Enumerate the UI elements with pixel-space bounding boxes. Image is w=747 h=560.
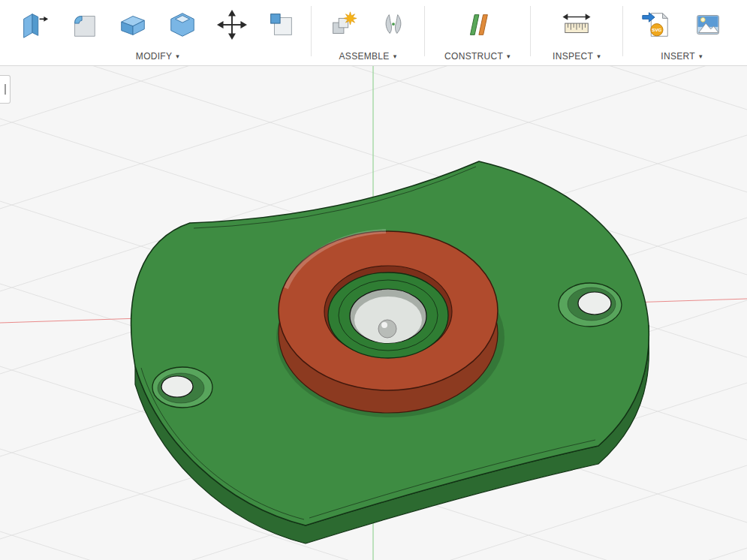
chevron-down-icon: ▾ <box>507 53 511 60</box>
insert-svg-button[interactable]: SVG <box>635 4 676 46</box>
model-3d[interactable] <box>131 161 649 543</box>
chevron-down-icon: ▾ <box>393 53 397 60</box>
move-copy-icon <box>216 9 248 41</box>
toolbar-group-inspect: INSPECT ▾ <box>531 2 622 65</box>
new-component-icon <box>327 9 358 41</box>
move-copy-button[interactable] <box>212 4 252 46</box>
offset-face-button[interactable] <box>261 4 302 46</box>
construct-menu-label: CONSTRUCT <box>444 51 503 62</box>
chevron-down-icon: ▾ <box>699 53 703 60</box>
modify-menu-button[interactable]: MODIFY ▾ <box>5 47 311 65</box>
browser-toggle-handle-icon <box>5 84 6 95</box>
insert-svg-icon: SVG <box>640 9 671 41</box>
press-pull-icon <box>18 9 50 41</box>
insert-image-icon <box>692 9 724 41</box>
construction-plane-button[interactable] <box>457 4 498 46</box>
insert-menu-label: INSERT <box>661 51 695 62</box>
shell-icon <box>167 9 198 41</box>
hole-right[interactable] <box>559 283 622 327</box>
measure-icon <box>561 9 592 41</box>
fillet-button[interactable] <box>63 4 104 46</box>
toolbar-group-assemble: ASSEMBLE ▾ <box>312 2 424 65</box>
chevron-down-icon: ▾ <box>176 53 179 60</box>
toolbar-group-construct: CONSTRUCT ▾ <box>425 2 530 65</box>
assemble-menu-label: ASSEMBLE <box>339 51 390 62</box>
ribbon-toolbar: MODIFY ▾ ASSEMBLE <box>0 0 747 66</box>
toolbar-group-insert: SVG INSERT ▾ <box>623 2 740 65</box>
chevron-down-icon: ▾ <box>597 53 601 60</box>
viewport-canvas[interactable] <box>0 66 747 560</box>
measure-button[interactable] <box>556 4 597 46</box>
hole-left[interactable] <box>152 367 212 408</box>
construction-plane-icon <box>462 9 493 41</box>
fillet-icon <box>68 9 99 41</box>
toolbar-group-modify: MODIFY ▾ <box>5 2 311 65</box>
inspect-menu-label: INSPECT <box>553 51 593 62</box>
insert-menu-button[interactable]: INSERT ▾ <box>623 47 740 65</box>
chamfer-icon <box>117 9 149 41</box>
joint-button[interactable] <box>373 4 414 46</box>
svg-badge-text: SVG <box>652 27 661 32</box>
browser-toggle-tab[interactable] <box>0 75 11 104</box>
offset-face-icon <box>266 9 297 41</box>
viewport <box>0 66 747 560</box>
ball-highlight <box>381 322 387 328</box>
modify-menu-label: MODIFY <box>136 51 172 62</box>
inspect-menu-button[interactable]: INSPECT ▾ <box>531 47 622 65</box>
shell-button[interactable] <box>162 4 203 46</box>
construct-menu-button[interactable]: CONSTRUCT ▾ <box>425 47 530 65</box>
center-bore[interactable] <box>350 289 426 343</box>
chamfer-button[interactable] <box>113 4 153 46</box>
joint-icon <box>378 9 409 41</box>
press-pull-button[interactable] <box>14 4 54 46</box>
insert-image-button[interactable] <box>688 4 728 46</box>
assemble-menu-button[interactable]: ASSEMBLE ▾ <box>312 47 424 65</box>
center-ball[interactable] <box>378 320 396 338</box>
new-component-button[interactable] <box>322 4 363 46</box>
